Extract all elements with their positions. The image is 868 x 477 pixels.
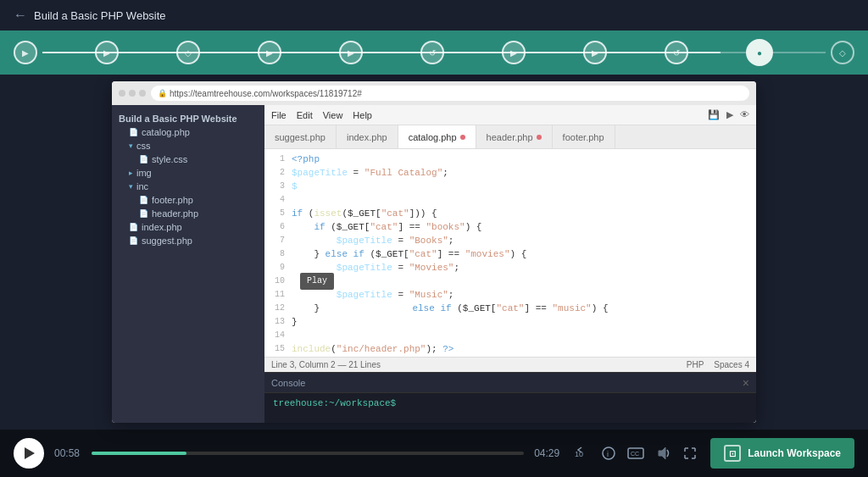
code-line-1: 1 <?php	[264, 153, 756, 166]
tree-item-index[interactable]: 📄index.php	[112, 220, 264, 234]
code-line-4: 4	[264, 193, 756, 207]
console-prompt: treehouse:~/workspace$	[273, 398, 396, 408]
line-content: }	[292, 302, 756, 315]
step-6[interactable]: ↺	[420, 41, 444, 64]
code-editor[interactable]: 1 <?php 2 $pageTitle = "Full Catalog"; 3…	[264, 149, 756, 357]
dot-green	[139, 90, 146, 97]
file-icon: 📄	[139, 155, 148, 164]
tab-header[interactable]: header.php	[476, 125, 553, 148]
step-9[interactable]: ↺	[665, 41, 688, 64]
console-header: Console ×	[264, 373, 756, 393]
step-2[interactable]: ▶	[95, 41, 119, 64]
line-content: include("inc/header.php"); ?>	[292, 342, 756, 356]
line-num: 9	[264, 261, 292, 275]
svg-text:CC: CC	[631, 451, 639, 457]
spaces-label: Spaces 4	[714, 360, 749, 369]
play-button[interactable]	[14, 438, 44, 469]
line-num: 15	[264, 342, 292, 356]
file-icon: 📄	[139, 196, 148, 204]
step-8[interactable]: ▶	[583, 41, 607, 64]
play-tooltip: Play	[300, 273, 334, 290]
line-content: if (isset($_GET["cat"])) {	[292, 207, 756, 220]
folder-icon: ▾	[129, 182, 133, 191]
tree-item-suggest[interactable]: 📄suggest.php	[112, 234, 264, 247]
time-total: 04:29	[534, 447, 561, 459]
line-content: $	[292, 180, 756, 193]
back-button[interactable]: ←	[14, 8, 27, 23]
save-icon[interactable]: 💾	[708, 109, 720, 120]
console-close-button[interactable]: ×	[743, 376, 749, 390]
code-line-7: 7 $pageTitle = "Books";	[264, 234, 756, 247]
rewind-10-button[interactable]: 10	[571, 443, 592, 463]
tree-item-inc[interactable]: ▾inc	[112, 180, 264, 193]
step-3[interactable]: ◇	[176, 41, 200, 64]
step-11[interactable]: ◇	[831, 41, 854, 64]
play-triangle-icon	[25, 447, 35, 459]
line-num: 4	[264, 193, 292, 207]
step-10[interactable]: ●	[746, 39, 773, 66]
time-current: 00:58	[54, 447, 81, 459]
console-area: Console × treehouse:~/workspace$	[264, 372, 756, 423]
line-content: } else if ($_GET["cat"] == "movies") {	[292, 247, 756, 261]
tab-suggest[interactable]: suggest.php	[264, 125, 337, 148]
file-icon: 📄	[139, 209, 148, 218]
tree-item-header[interactable]: 📄header.php	[112, 207, 264, 220]
line-content: if ($_GET["cat"] == "books") {	[292, 220, 756, 234]
progress-track[interactable]	[92, 452, 524, 455]
fullscreen-button[interactable]	[680, 443, 700, 463]
tree-item-img[interactable]: ▸img	[112, 166, 264, 180]
line-content: $pageTitle = "Full Catalog";	[292, 166, 756, 180]
line-num: 7	[264, 234, 292, 247]
file-icon: 📄	[129, 236, 138, 245]
player-controls: 10 i CC	[571, 443, 700, 463]
cursor-position: Line 3, Column 2 — 21 Lines	[271, 360, 381, 369]
line-num: 10	[264, 275, 292, 288]
step-7[interactable]: ▶	[502, 41, 526, 64]
main-content: 🔒 https://teamtreehouse.com/workspaces/1…	[0, 75, 868, 430]
browser-window: 🔒 https://teamtreehouse.com/workspaces/1…	[112, 81, 756, 423]
step-1[interactable]: ▶	[14, 41, 37, 64]
code-line-13: 13 }	[264, 315, 756, 329]
step-4[interactable]: ▶	[258, 41, 281, 64]
launch-label: Launch Workspace	[748, 447, 841, 459]
code-line-9: 9 $pageTitle = "Movies";	[264, 261, 756, 275]
page-title: Build a Basic PHP Website	[34, 9, 166, 22]
top-header: ← Build a Basic PHP Website	[0, 0, 868, 31]
menu-view[interactable]: View	[323, 110, 343, 120]
cc-button[interactable]: CC	[626, 443, 646, 463]
tab-index[interactable]: index.php	[337, 125, 398, 148]
line-num: 1	[264, 153, 292, 166]
console-label: Console	[271, 378, 305, 388]
tab-catalog[interactable]: catalog.php	[398, 125, 476, 148]
preview-icon[interactable]: 👁	[740, 109, 749, 120]
browser-bar: 🔒 https://teamtreehouse.com/workspaces/1…	[112, 81, 756, 105]
step-5[interactable]: ▶	[339, 41, 363, 64]
info-button[interactable]: i	[598, 443, 619, 463]
line-num: 6	[264, 220, 292, 234]
tab-footer[interactable]: footer.php	[553, 125, 615, 148]
line-content: $pageTitle = "Books";	[292, 234, 756, 247]
line-num: 5	[264, 207, 292, 220]
tree-item-catalog[interactable]: 📄catalog.php	[112, 125, 264, 139]
dot-yellow	[129, 90, 136, 97]
address-bar[interactable]: 🔒 https://teamtreehouse.com/workspaces/1…	[151, 86, 749, 101]
modified-dot	[537, 135, 542, 140]
line-num: 2	[264, 166, 292, 180]
tree-item-style[interactable]: 📄style.css	[112, 153, 264, 166]
play-icon[interactable]: ▶	[726, 109, 733, 120]
code-line-10: 10 Play else if ($_GET["cat"] == "music"…	[264, 275, 756, 288]
menu-file[interactable]: File	[271, 110, 287, 120]
volume-button[interactable]	[653, 443, 673, 463]
code-line-12: 12 }	[264, 302, 756, 315]
editor-area: File Edit View Help 💾 ▶ 👁 suggest.php in…	[264, 105, 756, 423]
launch-workspace-button[interactable]: ⊡ Launch Workspace	[710, 438, 854, 469]
language-label: PHP	[687, 360, 704, 369]
tree-item-css[interactable]: ▾css	[112, 139, 264, 153]
line-num: 13	[264, 315, 292, 329]
menu-help[interactable]: Help	[353, 110, 372, 120]
dot-red	[119, 90, 125, 97]
code-line-2: 2 $pageTitle = "Full Catalog";	[264, 166, 756, 180]
tree-item-footer[interactable]: 📄footer.php	[112, 193, 264, 207]
menu-edit[interactable]: Edit	[297, 110, 313, 120]
progress-area: ▶ ▶ ◇ ▶ ▶ ↺ ▶ ▶ ↺ ● ◇	[0, 31, 868, 75]
